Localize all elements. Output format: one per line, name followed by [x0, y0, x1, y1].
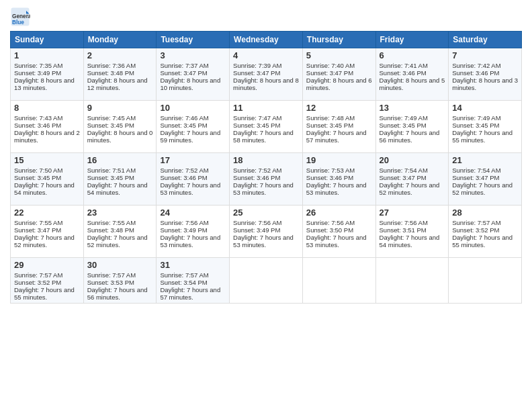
day-number: 3: [160, 50, 226, 60]
daylight: Daylight: 7 hours and 54 minutes.: [14, 181, 75, 196]
sunset: Sunset: 3:46 PM: [380, 69, 427, 77]
table-cell: [230, 258, 303, 304]
day-number: 21: [452, 155, 518, 165]
day-number: 5: [306, 50, 372, 60]
daylight: Daylight: 7 hours and 56 minutes.: [87, 286, 148, 301]
day-number: 16: [87, 155, 153, 165]
table-cell: 14Sunrise: 7:49 AMSunset: 3:45 PMDayligh…: [449, 101, 522, 153]
svg-text:General: General: [12, 13, 30, 19]
sunrise: Sunrise: 7:49 AM: [380, 114, 428, 122]
sunrise: Sunrise: 7:57 AM: [87, 271, 136, 279]
table-cell: 17Sunrise: 7:52 AMSunset: 3:46 PMDayligh…: [157, 153, 230, 205]
daylight: Daylight: 7 hours and 52 minutes.: [87, 234, 148, 248]
table-cell: 7Sunrise: 7:42 AMSunset: 3:46 PMDaylight…: [449, 48, 522, 101]
sunrise: Sunrise: 7:57 AM: [160, 271, 208, 279]
day-number: 29: [14, 260, 80, 270]
sunset: Sunset: 3:45 PM: [87, 122, 134, 129]
day-number: 15: [14, 155, 80, 165]
daylight: Daylight: 8 hours and 0 minutes.: [87, 129, 153, 144]
sunset: Sunset: 3:52 PM: [452, 226, 499, 234]
sunrise: Sunrise: 7:45 AM: [87, 114, 136, 122]
table-cell: [449, 258, 522, 304]
table-cell: 31Sunrise: 7:57 AMSunset: 3:54 PMDayligh…: [157, 258, 230, 304]
table-cell: 20Sunrise: 7:54 AMSunset: 3:47 PMDayligh…: [375, 153, 449, 205]
day-number: 30: [87, 260, 153, 270]
sunrise: Sunrise: 7:53 AM: [306, 167, 355, 174]
col-wednesday: Wednesday: [230, 32, 303, 48]
sunset: Sunset: 3:47 PM: [306, 69, 353, 77]
sunrise: Sunrise: 7:54 AM: [452, 167, 500, 174]
sunrise: Sunrise: 7:51 AM: [87, 167, 136, 174]
sunrise: Sunrise: 7:40 AM: [306, 62, 355, 69]
daylight: Daylight: 8 hours and 13 minutes.: [14, 77, 75, 91]
table-cell: 8Sunrise: 7:43 AMSunset: 3:46 PMDaylight…: [11, 101, 84, 153]
sunrise: Sunrise: 7:55 AM: [14, 219, 62, 226]
daylight: Daylight: 7 hours and 53 minutes.: [233, 234, 294, 248]
day-number: 7: [452, 50, 518, 60]
table-cell: 4Sunrise: 7:39 AMSunset: 3:47 PMDaylight…: [230, 48, 303, 101]
col-sunday: Sunday: [11, 32, 84, 48]
daylight: Daylight: 7 hours and 59 minutes.: [160, 129, 220, 144]
daylight: Daylight: 8 hours and 3 minutes.: [452, 77, 518, 91]
sunrise: Sunrise: 7:39 AM: [233, 62, 281, 69]
daylight: Daylight: 7 hours and 53 minutes.: [306, 234, 367, 248]
daylight: Daylight: 7 hours and 57 minutes.: [160, 286, 220, 301]
col-monday: Monday: [83, 32, 157, 48]
table-cell: 18Sunrise: 7:52 AMSunset: 3:46 PMDayligh…: [230, 153, 303, 205]
daylight: Daylight: 7 hours and 54 minutes.: [380, 234, 440, 248]
sunrise: Sunrise: 7:56 AM: [306, 219, 355, 226]
sunset: Sunset: 3:49 PM: [160, 226, 207, 234]
sunrise: Sunrise: 7:56 AM: [233, 219, 281, 226]
day-number: 25: [233, 208, 299, 218]
table-cell: 24Sunrise: 7:56 AMSunset: 3:49 PMDayligh…: [157, 205, 230, 258]
table-cell: 19Sunrise: 7:53 AMSunset: 3:46 PMDayligh…: [302, 153, 375, 205]
table-cell: [302, 258, 375, 304]
table-cell: 21Sunrise: 7:54 AMSunset: 3:47 PMDayligh…: [449, 153, 522, 205]
table-cell: 26Sunrise: 7:56 AMSunset: 3:50 PMDayligh…: [302, 205, 375, 258]
col-thursday: Thursday: [302, 32, 375, 48]
sunrise: Sunrise: 7:55 AM: [87, 219, 136, 226]
day-number: 9: [87, 103, 153, 113]
day-number: 31: [160, 260, 226, 270]
table-cell: 10Sunrise: 7:46 AMSunset: 3:45 PMDayligh…: [157, 101, 230, 153]
table-cell: 2Sunrise: 7:36 AMSunset: 3:48 PMDaylight…: [83, 48, 157, 101]
daylight: Daylight: 7 hours and 57 minutes.: [306, 129, 367, 144]
col-friday: Friday: [375, 32, 449, 48]
sunset: Sunset: 3:50 PM: [306, 226, 353, 234]
table-cell: 13Sunrise: 7:49 AMSunset: 3:45 PMDayligh…: [375, 101, 449, 153]
daylight: Daylight: 7 hours and 52 minutes.: [14, 234, 75, 248]
sunset: Sunset: 3:46 PM: [306, 174, 353, 181]
table-cell: 23Sunrise: 7:55 AMSunset: 3:48 PMDayligh…: [83, 205, 157, 258]
sunset: Sunset: 3:46 PM: [233, 174, 280, 181]
daylight: Daylight: 7 hours and 56 minutes.: [380, 129, 440, 144]
sunrise: Sunrise: 7:56 AM: [160, 219, 208, 226]
sunrise: Sunrise: 7:50 AM: [14, 167, 62, 174]
logo-icon: General Blue: [10, 7, 30, 27]
sunset: Sunset: 3:51 PM: [380, 226, 427, 234]
daylight: Daylight: 8 hours and 2 minutes.: [14, 129, 80, 144]
daylight: Daylight: 8 hours and 12 minutes.: [87, 77, 148, 91]
daylight: Daylight: 7 hours and 53 minutes.: [160, 234, 220, 248]
sunrise: Sunrise: 7:56 AM: [380, 219, 428, 226]
sunset: Sunset: 3:45 PM: [87, 174, 134, 181]
table-cell: 28Sunrise: 7:57 AMSunset: 3:52 PMDayligh…: [449, 205, 522, 258]
daylight: Daylight: 7 hours and 55 minutes.: [452, 129, 513, 144]
svg-text:Blue: Blue: [12, 19, 24, 26]
day-number: 8: [14, 103, 80, 113]
day-number: 13: [380, 103, 445, 113]
day-number: 10: [160, 103, 226, 113]
sunset: Sunset: 3:45 PM: [306, 122, 353, 129]
day-number: 22: [14, 208, 80, 218]
day-number: 18: [233, 155, 299, 165]
sunrise: Sunrise: 7:43 AM: [14, 114, 62, 122]
day-number: 14: [452, 103, 518, 113]
sunset: Sunset: 3:47 PM: [452, 174, 499, 181]
sunset: Sunset: 3:48 PM: [87, 226, 134, 234]
day-number: 26: [306, 208, 372, 218]
daylight: Daylight: 7 hours and 53 minutes.: [306, 181, 367, 196]
sunset: Sunset: 3:45 PM: [452, 122, 499, 129]
header-row: Sunday Monday Tuesday Wednesday Thursday…: [11, 32, 522, 48]
day-number: 19: [306, 155, 372, 165]
sunset: Sunset: 3:47 PM: [14, 226, 61, 234]
sunset: Sunset: 3:49 PM: [233, 226, 280, 234]
